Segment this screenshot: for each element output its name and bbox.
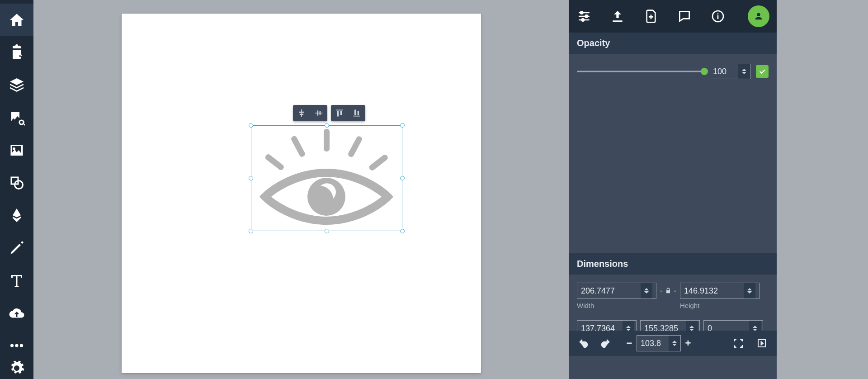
opacity-value-field[interactable] [710,67,738,76]
dimensions-header: Dimensions [569,253,777,275]
zoom-input[interactable] [637,335,681,351]
width-field[interactable] [577,286,641,296]
resize-handle-mr[interactable] [400,176,405,180]
width-label: Width [577,302,656,309]
top-action-bar [569,0,777,33]
height-label: Height [680,302,760,309]
shape-tool[interactable] [0,166,33,199]
opacity-input[interactable] [710,64,750,79]
text-tool[interactable] [0,264,33,297]
distribute-bottom-button[interactable] [348,105,365,121]
upload-icon[interactable] [609,7,627,25]
height-input[interactable] [680,283,760,299]
zoom-out-button[interactable]: − [622,335,637,351]
opacity-slider-thumb[interactable] [701,68,708,75]
svg-point-10 [580,11,583,14]
left-toolbar [0,0,33,379]
zoom-in-button[interactable]: + [681,335,695,351]
svg-point-11 [585,15,588,17]
width-stepper[interactable] [641,283,652,298]
add-page-icon[interactable] [642,7,660,25]
lock-aspect-button[interactable]: - - [660,283,676,299]
clipboard-tool[interactable] [0,36,33,69]
resize-handle-tr[interactable] [400,123,405,128]
collapse-panel-button[interactable] [754,336,769,351]
selection-toolbar [293,105,365,121]
resize-handle-tm[interactable] [325,123,329,128]
user-avatar[interactable] [748,5,769,27]
redo-button[interactable] [598,336,613,351]
tune-icon[interactable] [575,7,593,25]
align-vertical-center-button[interactable] [310,105,327,121]
width-input[interactable] [577,283,656,299]
settings-button[interactable] [0,357,33,379]
resize-handle-tl[interactable] [249,123,253,128]
comment-icon[interactable] [675,7,693,25]
svg-point-12 [582,19,584,21]
properties-panel: Opacity Dimensions Width - [569,0,777,379]
selection-outline [251,125,402,231]
align-horizontal-center-button[interactable] [293,105,310,121]
undo-button[interactable] [576,336,591,351]
resize-handle-bm[interactable] [325,229,329,233]
selected-object[interactable] [251,125,402,231]
svg-point-1 [10,344,14,347]
distribute-top-button[interactable] [331,105,348,121]
home-button[interactable] [0,4,33,36]
layers-tool[interactable] [0,69,33,101]
opacity-apply-button[interactable] [756,65,769,78]
resize-handle-ml[interactable] [249,176,253,180]
bottom-bar: − + [569,331,777,356]
zoom-field[interactable] [637,339,669,348]
pen-tool[interactable] [0,199,33,232]
opacity-header: Opacity [569,33,777,54]
info-icon[interactable] [709,7,727,25]
svg-point-3 [20,344,23,347]
zoom-stepper[interactable] [669,336,680,351]
resize-handle-br[interactable] [400,229,405,233]
cloud-upload-tool[interactable] [0,297,33,329]
svg-point-2 [15,344,18,347]
resize-handle-bl[interactable] [249,229,253,233]
pencil-tool[interactable] [0,232,33,264]
height-stepper[interactable] [744,283,755,298]
opacity-slider[interactable] [577,66,704,77]
height-field[interactable] [680,286,744,296]
opacity-stepper[interactable] [738,64,750,79]
image-tool[interactable] [0,134,33,166]
image-search-tool[interactable] [0,101,33,134]
fit-screen-button[interactable] [731,336,746,351]
